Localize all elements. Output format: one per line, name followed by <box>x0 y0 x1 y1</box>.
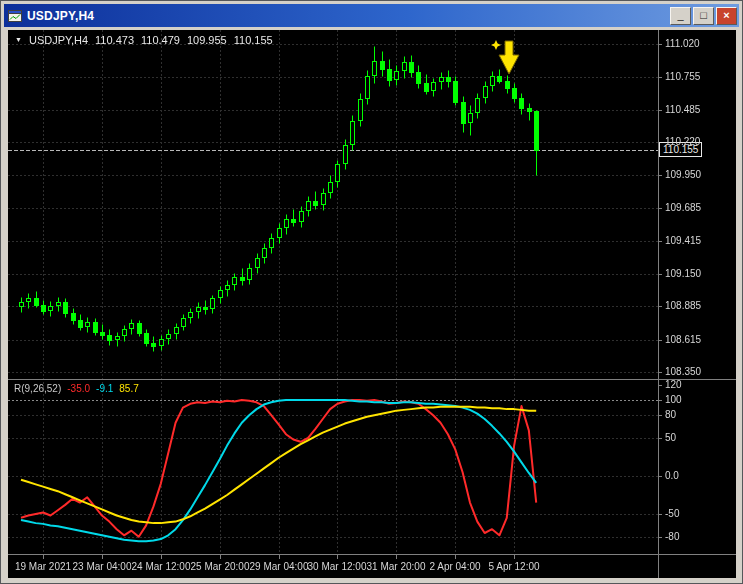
indicator-axis-label: 80 <box>665 409 676 420</box>
chart-window-icon <box>8 9 22 23</box>
chart-overlay: ▼ USDJPY,H4 110.473 110.479 109.955 110.… <box>8 30 736 578</box>
ohlc-low: 109.955 <box>187 34 227 46</box>
indicator-value-fast: -35.0 <box>67 383 90 394</box>
chart-window: USDJPY,H4 _ □ × ▼ USDJPY,H4 110.473 110.… <box>0 0 743 584</box>
time-axis-label: 31 Mar 20:00 <box>367 561 426 572</box>
price-axis-label: 109.150 <box>665 268 701 279</box>
time-axis-label: 5 Apr 12:00 <box>488 561 539 572</box>
time-axis-label: 2 Apr 04:00 <box>429 561 480 572</box>
price-axis-label: 109.685 <box>665 202 701 213</box>
indicator-axis-label: 100 <box>665 394 682 405</box>
price-axis-label: 108.350 <box>665 366 701 377</box>
price-axis-label: 109.950 <box>665 169 701 180</box>
indicator-name: R(9,26,52) <box>14 383 61 394</box>
indicator-axis-label: 50 <box>665 432 676 443</box>
indicator-axis-label: -50 <box>665 508 679 519</box>
ohlc-close: 110.155 <box>234 34 273 46</box>
window-controls: _ □ × <box>670 7 737 25</box>
price-axis-label: 108.615 <box>665 334 701 345</box>
ohlc-info: ▼ USDJPY,H4 110.473 110.479 109.955 110.… <box>15 34 273 46</box>
window-title: USDJPY,H4 <box>27 9 670 23</box>
indicator-axis-label: -80 <box>665 531 679 542</box>
price-axis-label: 111.020 <box>665 38 700 49</box>
title-bar[interactable]: USDJPY,H4 _ □ × <box>4 4 739 27</box>
ohlc-open: 110.473 <box>95 34 134 46</box>
price-axis-label: 110.755 <box>665 71 700 82</box>
chart-area: ▼ USDJPY,H4 110.473 110.479 109.955 110.… <box>8 30 736 578</box>
time-axis-label: 24 Mar 12:00 <box>132 561 191 572</box>
indicator-axis-label: 120 <box>665 379 682 390</box>
close-button[interactable]: × <box>716 7 737 25</box>
indicator-value-mid: -9.1 <box>96 383 113 394</box>
symbol-period: USDJPY,H4 <box>29 34 88 46</box>
indicator-value-slow: 85.7 <box>119 383 138 394</box>
price-axis-label: 110.220 <box>665 136 700 147</box>
price-axis-label: 110.485 <box>665 104 700 115</box>
sell-arrow-annotation[interactable] <box>490 39 520 75</box>
time-axis-label: 23 Mar 04:00 <box>73 561 132 572</box>
price-axis-label: 108.885 <box>665 300 701 311</box>
ohlc-high: 110.479 <box>141 34 180 46</box>
minimize-button[interactable]: _ <box>670 7 691 25</box>
price-axis-label: 109.415 <box>665 235 701 246</box>
symbol-dropdown-icon[interactable]: ▼ <box>15 36 22 43</box>
restore-button[interactable]: □ <box>693 7 714 25</box>
time-axis-label: 19 Mar 2021 <box>15 561 71 572</box>
indicator-axis-label: 0.0 <box>665 470 679 481</box>
time-axis-label: 30 Mar 12:00 <box>308 561 367 572</box>
time-axis-label: 29 Mar 04:00 <box>250 561 309 572</box>
indicator-label: R(9,26,52) -35.0 -9.1 85.7 <box>14 383 139 394</box>
time-axis-label: 25 Mar 20:00 <box>191 561 250 572</box>
